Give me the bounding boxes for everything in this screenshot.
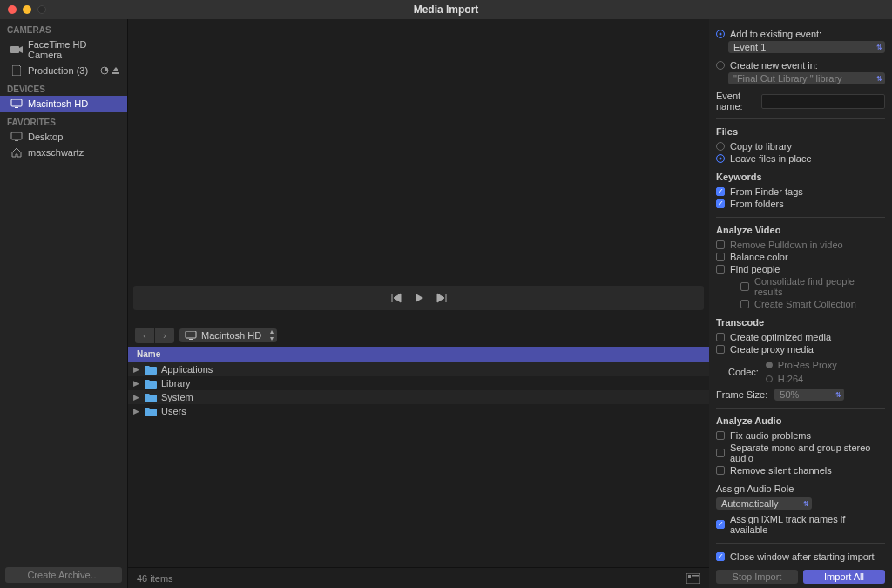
path-label: Macintosh HD [201,330,261,341]
path-dropdown[interactable]: Macintosh HD ▴▾ [179,328,277,342]
folder-icon [145,379,157,389]
sidebar-item-label: FaceTime HD Camera [28,39,120,60]
minimize-window-button[interactable] [23,5,31,14]
import-all-button[interactable]: Import All [803,570,885,584]
close-window-check[interactable]: ✓ Close window after starting import [716,551,885,563]
svg-rect-3 [15,107,18,108]
library-select[interactable]: "Final Cut Library " library ⇅ [728,72,885,84]
create-archive-button[interactable]: Create Archive… [5,567,122,583]
from-finder-check[interactable]: ✓ From Finder tags [716,186,885,198]
remove-pulldown-check[interactable]: Remove Pulldown in video [716,239,885,251]
maximize-window-button[interactable] [37,5,46,14]
sidebar-item-label: Macintosh HD [28,98,88,109]
sidebar-item-production[interactable]: Production (3) [0,63,127,78]
frame-size-value: 50% [780,389,799,400]
checkbox-icon [716,449,725,457]
svg-rect-5 [15,140,18,141]
preview-controls [133,286,704,310]
play-button[interactable] [414,293,424,303]
checkbox-icon: ✓ [716,199,725,208]
sidebar-item-home[interactable]: maxschwartz [0,145,127,160]
library-select-value: "Final Cut Library " library [733,73,842,84]
checkbox-icon [716,240,725,249]
add-existing-radio-row[interactable]: Add to existing event: [716,28,885,40]
checkbox-icon [740,300,749,308]
add-existing-label: Add to existing event: [730,29,821,39]
close-window-button[interactable] [8,5,17,14]
filmstrip-view-icon[interactable] [686,573,700,584]
ixml-check[interactable]: ✓ Assign iXML track names if available [716,513,885,536]
svg-rect-6 [186,331,196,338]
find-people-label: Find people [730,264,780,274]
display-icon [185,331,197,340]
folder-icon [145,365,157,375]
proxy-check[interactable]: Create proxy media [716,343,885,355]
sd-card-icon [10,65,23,76]
leave-in-place-radio[interactable]: Leave files in place [716,152,885,165]
center-footer: 46 items [128,567,709,588]
event-name-input[interactable] [761,94,885,109]
checkbox-icon: ✓ [716,187,725,196]
fix-audio-check[interactable]: Fix audio problems [716,429,885,442]
table-header[interactable]: Name [128,347,709,362]
event-select[interactable]: Event 1 ⇅ [728,41,885,53]
optimized-check[interactable]: Create optimized media [716,331,885,343]
balance-color-check[interactable]: Balance color [716,251,885,263]
files-header: Files [716,126,885,137]
sidebar-item-facetime[interactable]: FaceTime HD Camera [0,37,127,63]
find-people-check[interactable]: Find people [716,263,885,275]
skip-forward-button[interactable] [436,293,447,303]
disclosure-icon[interactable]: ▶ [133,365,140,374]
sidebar-item-desktop[interactable]: Desktop [0,129,127,145]
file-row[interactable]: ▶ Applications [128,362,709,376]
codec-h264-label: H.264 [778,374,803,384]
from-folders-label: From folders [730,199,784,209]
file-name: Users [161,406,186,416]
radio-icon [716,30,725,38]
from-folders-check[interactable]: ✓ From folders [716,198,885,210]
assign-role-value: Automatically [721,498,778,509]
radio-icon [766,362,773,368]
remove-silent-check[interactable]: Remove silent channels [716,464,885,476]
sidebar: CAMERAS FaceTime HD Camera Production (3… [0,19,128,588]
eject-icon[interactable] [112,66,120,75]
checkbox-icon [716,345,725,354]
keywords-header: Keywords [716,172,885,182]
file-name: Applications [161,364,213,375]
separate-mono-check[interactable]: Separate mono and group stereo audio [716,442,885,464]
new-event-radio-row[interactable]: Create new event in: [716,59,885,71]
copy-label: Copy to library [730,141,792,152]
codec-label: Codec: [728,367,759,377]
svg-rect-9 [688,575,691,578]
disclosure-icon[interactable]: ▶ [133,379,140,388]
file-row[interactable]: ▶ Library [128,376,709,390]
close-window-label: Close window after starting import [730,551,875,562]
folder-icon [145,407,157,416]
sidebar-item-macintosh-hd[interactable]: Macintosh HD [0,96,127,112]
new-event-label: Create new event in: [730,60,818,71]
copy-to-library-radio[interactable]: Copy to library [716,140,885,152]
checkbox-icon [716,431,725,440]
smart-collection-check: Create Smart Collection [716,298,885,310]
disclosure-icon[interactable]: ▶ [133,393,140,402]
ixml-label: Assign iXML track names if available [730,514,885,535]
stop-import-button[interactable]: Stop Import [716,570,798,584]
dropdown-arrows-icon: ⇅ [803,500,809,508]
svg-rect-7 [189,339,193,340]
disclosure-icon[interactable]: ▶ [133,407,140,416]
sidebar-header-favorites: FAVORITES [0,112,127,129]
dropdown-arrows-icon: ⇅ [876,75,882,83]
nav-forward-button[interactable]: › [155,328,174,343]
item-count: 46 items [137,573,173,584]
smart-collection-label: Create Smart Collection [754,299,856,309]
nav-back-button[interactable]: ‹ [135,328,154,343]
file-list: ▶ Applications ▶ Library ▶ System ▶ User… [128,362,709,567]
skip-back-button[interactable] [391,293,402,303]
remove-pulldown-label: Remove Pulldown in video [730,240,843,250]
frame-size-select[interactable]: 50% ⇅ [774,389,844,401]
file-row[interactable]: ▶ Users [128,404,709,418]
assign-role-select[interactable]: Automatically ⇅ [716,497,812,510]
folder-icon [145,393,157,402]
file-row[interactable]: ▶ System [128,390,709,404]
checkbox-icon: ✓ [716,520,725,529]
